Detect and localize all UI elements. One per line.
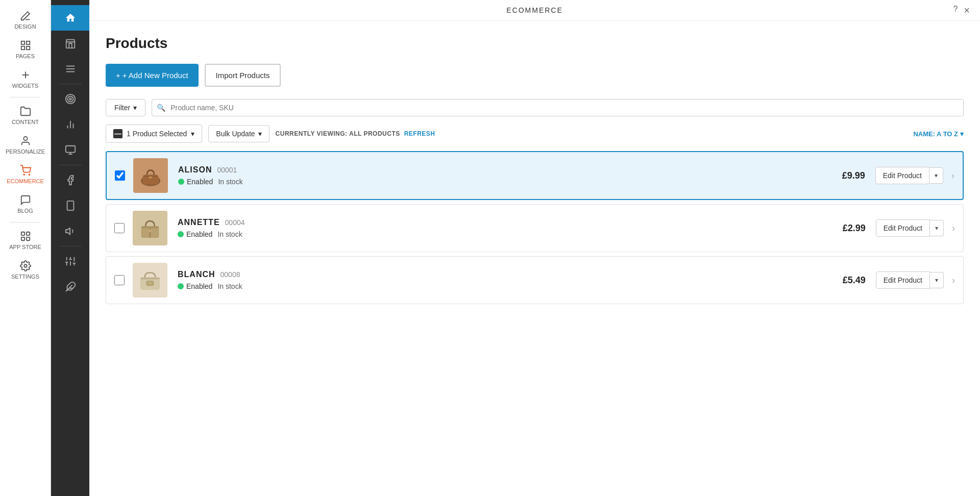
edit-product-dropdown-alison[interactable]: ▾ bbox=[929, 167, 943, 184]
filter-button[interactable]: Filter ▾ bbox=[106, 99, 145, 116]
sidebar-item-appstore[interactable]: APP STORE bbox=[0, 226, 51, 255]
svg-rect-2 bbox=[26, 46, 29, 49]
svg-rect-0 bbox=[21, 41, 24, 44]
svg-rect-50 bbox=[149, 282, 151, 284]
import-products-button[interactable]: Import Products bbox=[205, 64, 281, 87]
edit-product-dropdown-annette[interactable]: ▾ bbox=[930, 220, 944, 236]
inner-nav-menu[interactable] bbox=[51, 56, 89, 82]
product-checkbox-blanch[interactable] bbox=[114, 275, 125, 285]
product-price-alison: £9.99 bbox=[842, 170, 865, 181]
svg-point-17 bbox=[65, 94, 75, 104]
inner-nav-chart[interactable] bbox=[51, 112, 89, 137]
product-sku-blanch: 00008 bbox=[220, 270, 240, 279]
inner-nav-store[interactable] bbox=[51, 31, 89, 56]
svg-point-8 bbox=[29, 174, 30, 175]
help-button[interactable]: ? bbox=[953, 5, 958, 16]
main-content: ECOMMERCE ? × Products + + Add New Produ… bbox=[89, 0, 980, 496]
product-status-blanch: Enabled bbox=[178, 282, 212, 290]
svg-rect-9 bbox=[21, 232, 24, 235]
selected-count-button[interactable]: — 1 Product Selected ▾ bbox=[106, 125, 202, 143]
status-dot-alison bbox=[178, 179, 184, 185]
svg-point-7 bbox=[23, 174, 24, 175]
close-button[interactable]: × bbox=[964, 5, 970, 16]
sidebar-item-blog[interactable]: BLOG bbox=[0, 189, 51, 219]
chevron-down-icon: ▾ bbox=[133, 104, 137, 112]
product-info-alison: ALISON 00001 Enabled In stock bbox=[178, 165, 842, 186]
svg-rect-12 bbox=[21, 237, 24, 240]
selection-bar: — 1 Product Selected ▾ Bulk Update ▾ CUR… bbox=[106, 125, 964, 143]
product-name-annette: ANNETTE bbox=[178, 218, 220, 227]
product-checkbox-annette[interactable] bbox=[114, 223, 125, 233]
edit-product-button-blanch[interactable]: Edit Product bbox=[876, 271, 930, 289]
svg-point-19 bbox=[69, 98, 71, 100]
edit-product-button-alison[interactable]: Edit Product bbox=[875, 167, 929, 184]
search-input[interactable] bbox=[152, 99, 964, 116]
product-stock-annette: In stock bbox=[217, 230, 242, 238]
svg-point-18 bbox=[67, 96, 73, 102]
app-title: ECOMMERCE bbox=[506, 6, 563, 14]
svg-point-13 bbox=[24, 264, 27, 267]
svg-rect-23 bbox=[65, 146, 75, 153]
plus-icon: + bbox=[116, 71, 120, 80]
sidebar-item-content[interactable]: CONTENT bbox=[0, 101, 51, 130]
sidebar-item-design[interactable]: DESIGN bbox=[0, 5, 51, 35]
sidebar-item-personalize[interactable]: PERSONALIZE bbox=[0, 130, 51, 160]
svg-rect-44 bbox=[141, 227, 159, 228]
edit-product-button-annette[interactable]: Edit Product bbox=[876, 219, 930, 237]
inner-nav-sliders[interactable] bbox=[51, 249, 89, 274]
sidebar-item-widgets[interactable]: WIDGETS bbox=[0, 64, 51, 94]
inner-nav-target[interactable] bbox=[51, 86, 89, 112]
top-bar: ECOMMERCE ? × bbox=[89, 0, 980, 21]
status-dot-blanch bbox=[178, 283, 184, 289]
inner-nav-mobile[interactable] bbox=[51, 193, 89, 218]
product-info-blanch: BLANCH 00008 Enabled In stock bbox=[178, 270, 843, 290]
inner-nav-social[interactable] bbox=[51, 167, 89, 193]
inner-sidebar bbox=[51, 0, 89, 496]
far-left-sidebar: DESIGN PAGES WIDGETS CONTENT PERSONALIZE… bbox=[0, 0, 51, 496]
product-price-annette: £2.99 bbox=[843, 223, 866, 234]
sidebar-item-settings[interactable]: SETTINGS bbox=[0, 255, 51, 285]
selected-count: 1 Product Selected bbox=[127, 130, 187, 138]
edit-product-buttons-alison: Edit Product ▾ bbox=[875, 167, 943, 184]
minus-icon: — bbox=[113, 129, 122, 138]
svg-rect-48 bbox=[140, 278, 160, 279]
status-dot-annette bbox=[178, 231, 184, 237]
sidebar-item-pages[interactable]: PAGES bbox=[0, 35, 51, 64]
bulk-update-button[interactable]: Bulk Update ▾ bbox=[208, 125, 269, 142]
product-image-blanch bbox=[133, 263, 167, 297]
refresh-link[interactable]: REFRESH bbox=[404, 130, 435, 137]
sidebar-item-ecommerce[interactable]: ECOMMERCE bbox=[0, 160, 51, 189]
product-sku-annette: 00004 bbox=[225, 218, 245, 227]
product-price-blanch: £5.49 bbox=[843, 275, 866, 286]
action-buttons: + + Add New Product Import Products bbox=[106, 64, 964, 87]
inner-nav-megaphone[interactable] bbox=[51, 218, 89, 244]
sort-button[interactable]: NAME: A TO Z ▾ bbox=[913, 130, 964, 138]
chevron-right-blanch: › bbox=[952, 275, 955, 286]
edit-product-dropdown-blanch[interactable]: ▾ bbox=[930, 272, 944, 288]
chevron-down-icon-3: ▾ bbox=[258, 130, 262, 138]
search-wrap: 🔍 bbox=[152, 99, 964, 116]
chevron-right-alison: › bbox=[951, 170, 954, 181]
product-row-blanch[interactable]: BLANCH 00008 Enabled In stock £5.49 Edit… bbox=[106, 256, 964, 304]
chevron-down-icon-4: ▾ bbox=[960, 130, 964, 138]
chevron-down-icon-2: ▾ bbox=[191, 130, 194, 138]
product-info-annette: ANNETTE 00004 Enabled In stock bbox=[178, 218, 843, 238]
product-row-annette[interactable]: ANNETTE 00004 Enabled In stock £2.99 Edi… bbox=[106, 204, 964, 252]
add-new-product-button[interactable]: + + Add New Product bbox=[106, 64, 199, 87]
product-sku-alison: 00001 bbox=[217, 166, 237, 174]
svg-rect-10 bbox=[26, 232, 29, 235]
svg-rect-1 bbox=[26, 41, 29, 44]
product-image-alison bbox=[133, 158, 168, 193]
product-row-alison[interactable]: ALISON 00001 Enabled In stock £9.99 Edit… bbox=[106, 151, 964, 200]
inner-nav-puzzle[interactable] bbox=[51, 274, 89, 300]
search-icon: 🔍 bbox=[157, 104, 165, 112]
product-status-annette: Enabled bbox=[178, 230, 212, 238]
svg-point-6 bbox=[23, 137, 27, 140]
products-area: Products + + Add New Product Import Prod… bbox=[89, 21, 980, 496]
currently-viewing-text: CURRENTLY VIEWING: ALL PRODUCTS REFRESH bbox=[276, 130, 435, 137]
product-checkbox-alison[interactable] bbox=[115, 170, 125, 181]
top-bar-icons: ? × bbox=[953, 5, 970, 16]
inner-nav-orders[interactable] bbox=[51, 137, 89, 163]
product-stock-blanch: In stock bbox=[217, 282, 242, 290]
inner-nav-home[interactable] bbox=[51, 5, 89, 31]
